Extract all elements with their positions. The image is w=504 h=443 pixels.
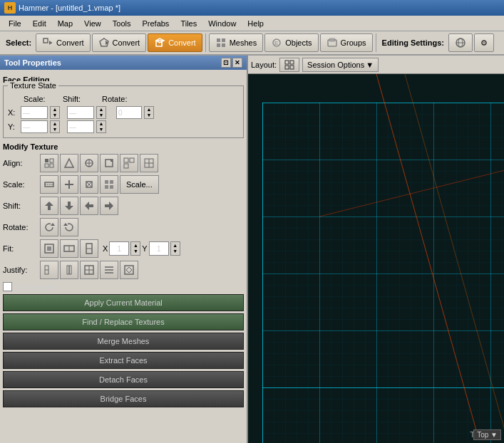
align-btn-5[interactable] [120, 154, 138, 172]
scale-icon-1[interactable] [40, 175, 58, 194]
scale-x-input[interactable]: — [21, 106, 48, 119]
scale-icon-2[interactable] [60, 175, 78, 194]
scale-icon-3[interactable] [80, 175, 98, 194]
menu-view[interactable]: View [78, 18, 107, 29]
convert-btn-3[interactable]: Convert [148, 33, 202, 52]
justify-btn-3[interactable] [80, 261, 98, 279]
fit-y-spin[interactable]: ▲▼ [170, 241, 180, 256]
scale-icon-4[interactable] [100, 175, 118, 194]
rotate-header: Rotate: [102, 95, 127, 103]
editing-settings-globe[interactable] [448, 33, 473, 52]
viewport: Layout: Session Options ▼ [248, 56, 504, 443]
shift-x-input[interactable]: — [67, 106, 94, 119]
layout-label: Layout: [251, 61, 277, 69]
objects-btn[interactable]: E Objects [264, 33, 318, 52]
shift-x-spin[interactable]: ▲▼ [96, 106, 106, 119]
convert-btn-1[interactable]: Convert [36, 33, 91, 52]
shift-btn-4[interactable] [100, 197, 118, 215]
grid-view[interactable]: Top Top ▼ [248, 74, 504, 443]
main-area: Tool Properties ⊡ ✕ Face Editing Texture… [0, 56, 504, 443]
shift-btn-1[interactable] [40, 197, 58, 215]
justify-btn-5[interactable] [120, 261, 138, 279]
fit-x-input[interactable]: 1 [109, 241, 129, 256]
svg-rect-47 [48, 206, 51, 210]
shift-header: Shift: [63, 95, 102, 103]
svg-rect-57 [47, 246, 51, 251]
svg-text:E: E [274, 40, 278, 46]
treat-as-one-checkbox[interactable] [3, 282, 12, 291]
panel-restore-btn[interactable]: ⊡ [221, 58, 231, 68]
svg-marker-55 [63, 223, 68, 226]
align-btn-1[interactable] [40, 154, 58, 172]
rotate-input[interactable]: 0 [116, 106, 142, 119]
scale-row-label: Scale: [3, 180, 38, 189]
globe-icon [455, 37, 466, 48]
convert-btn-2[interactable]: Convert [92, 33, 147, 52]
menu-prefabs[interactable]: Prefabs [136, 18, 175, 29]
menu-tiles[interactable]: Tiles [175, 18, 202, 29]
justify-row: Justify: [3, 261, 244, 279]
detach-faces-btn[interactable]: Detach Faces [3, 371, 244, 388]
x-label: X: [8, 108, 19, 117]
justify-btn-1[interactable] [40, 261, 58, 279]
layout-icon-btn[interactable] [279, 58, 299, 72]
menu-help[interactable]: Help [242, 18, 269, 29]
objects-icon: E [271, 37, 282, 48]
editing-settings-extra[interactable]: ⚙ [474, 33, 494, 52]
apply-material-btn[interactable]: Apply Current Material [3, 294, 244, 311]
menu-window[interactable]: Window [202, 18, 242, 29]
rotate-spin[interactable]: ▲▼ [144, 106, 154, 119]
scale-y-spin[interactable]: ▲▼ [50, 120, 60, 133]
groups-btn[interactable]: Groups [320, 33, 373, 52]
fit-btn-1[interactable] [40, 239, 58, 258]
meshes-btn[interactable]: Meshes [209, 33, 264, 52]
convert-cube-icon [154, 37, 165, 48]
merge-meshes-btn[interactable]: Merge Meshes [3, 333, 244, 350]
editing-extra-icon: ⚙ [480, 38, 488, 48]
fit-btn-3[interactable] [80, 239, 98, 258]
panel-close-btn[interactable]: ✕ [232, 58, 242, 68]
menu-edit[interactable]: Edit [27, 18, 52, 29]
align-btn-4[interactable] [100, 154, 118, 172]
shift-y-input[interactable]: — [67, 120, 94, 133]
align-btn-6[interactable] [140, 154, 158, 172]
session-options-btn[interactable]: Session Options ▼ [302, 58, 379, 72]
menu-tools[interactable]: Tools [107, 18, 137, 29]
scale-x-spin[interactable]: ▲▼ [50, 106, 60, 119]
svg-marker-54 [51, 223, 55, 226]
menu-map[interactable]: Map [52, 18, 78, 29]
bridge-faces-btn[interactable]: Bridge Faces [3, 390, 244, 407]
find-replace-btn[interactable]: Find / Replace Textures [3, 313, 244, 330]
svg-rect-19 [45, 159, 48, 162]
justify-btn-4[interactable] [100, 261, 118, 279]
svg-rect-21 [45, 164, 48, 167]
fit-y-control: Y 1 ▲▼ [142, 241, 180, 256]
shift-y-spin[interactable]: ▲▼ [96, 120, 106, 133]
main-toolbar: Select: Convert Convert Co [0, 31, 504, 56]
shift-btn-3[interactable] [80, 197, 98, 215]
fit-x-spin[interactable]: ▲▼ [130, 241, 140, 256]
svg-rect-81 [262, 103, 504, 443]
svg-marker-48 [65, 206, 73, 210]
session-options-chevron: ▼ [366, 61, 374, 69]
rotate-row-label: Rotate: [3, 223, 38, 231]
svg-rect-53 [105, 204, 109, 207]
svg-rect-43 [105, 185, 108, 189]
fit-y-input[interactable]: 1 [149, 241, 169, 256]
align-btn-3[interactable] [80, 154, 98, 172]
extract-faces-btn[interactable]: Extract Faces [3, 352, 244, 369]
title-text: Hammer - [untitled_1.vmap *] [19, 4, 120, 12]
menu-file[interactable]: File [3, 18, 27, 29]
align-btn-2[interactable] [60, 154, 78, 172]
svg-rect-74 [285, 61, 289, 64]
rotate-btn-1[interactable] [40, 218, 58, 236]
justify-btn-2[interactable] [60, 261, 78, 279]
scale-y-input[interactable]: — [21, 120, 48, 133]
convert-poly-icon [98, 37, 110, 48]
viewport-view-dropdown[interactable]: Top ▼ [473, 429, 501, 440]
shift-btn-2[interactable] [60, 197, 78, 215]
rotate-btn-2[interactable] [60, 218, 78, 236]
justify-row-label: Justify: [3, 266, 38, 274]
scale-dialog-btn[interactable]: Scale... [120, 175, 159, 194]
fit-btn-2[interactable] [60, 239, 78, 258]
